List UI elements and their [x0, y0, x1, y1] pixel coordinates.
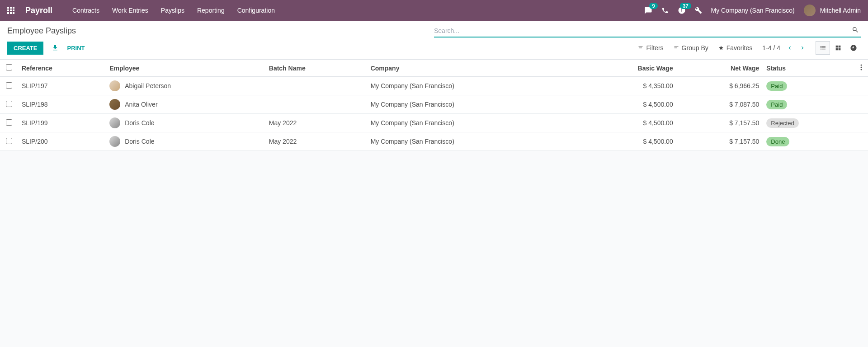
row-checkbox[interactable]: [6, 138, 12, 144]
cell-reference: SLIP/199: [18, 114, 106, 132]
pager: 1-4 / 4: [762, 44, 806, 52]
col-company[interactable]: Company: [367, 60, 578, 77]
select-all-checkbox[interactable]: [6, 64, 12, 70]
row-checkbox-cell: [0, 132, 18, 151]
col-status[interactable]: Status: [763, 60, 854, 77]
cp-top: Employee Payslips: [7, 26, 861, 38]
pager-text[interactable]: 1-4 / 4: [762, 44, 780, 52]
cell-basic-wage: $ 4,500.00: [578, 95, 676, 114]
list-view-icon[interactable]: [816, 41, 830, 55]
col-basic-wage[interactable]: Basic Wage: [578, 60, 676, 77]
cell-batch: May 2022: [265, 132, 367, 151]
row-checkbox[interactable]: [6, 101, 12, 107]
pager-prev-icon[interactable]: [787, 45, 793, 51]
employee-avatar-icon: [109, 117, 120, 128]
cell-basic-wage: $ 4,500.00: [578, 114, 676, 132]
row-checkbox-cell: [0, 95, 18, 114]
company-selector[interactable]: My Company (San Francisco): [711, 7, 795, 14]
activity-view-icon[interactable]: [846, 41, 861, 55]
favorites-label: Favorites: [726, 44, 753, 52]
user-name: Mitchell Admin: [820, 7, 861, 14]
payslip-list: Reference Employee Batch Name Company Ba…: [0, 60, 868, 151]
nav-right: 9 37 My Company (San Francisco) Mitchell…: [644, 5, 861, 16]
cell-options: [854, 95, 868, 114]
cell-batch: [265, 77, 367, 95]
kanban-view-icon[interactable]: [831, 41, 845, 55]
col-options: [854, 60, 868, 77]
cell-employee: Doris Cole: [106, 114, 265, 132]
row-checkbox-cell: [0, 77, 18, 95]
favorites-dropdown[interactable]: Favorites: [718, 44, 753, 52]
nav-left: Payroll Contracts Work Entries Payslips …: [7, 6, 275, 15]
groupby-dropdown[interactable]: Group By: [674, 44, 708, 52]
cell-options: [854, 132, 868, 151]
svg-rect-3: [7, 9, 9, 11]
employee-name: Doris Cole: [125, 138, 154, 145]
download-icon[interactable]: [52, 44, 59, 52]
nav-configuration[interactable]: Configuration: [237, 7, 275, 14]
cell-basic-wage: $ 4,500.00: [578, 132, 676, 151]
svg-rect-6: [7, 12, 9, 14]
filters-dropdown[interactable]: Filters: [638, 44, 663, 52]
search-bar: [434, 26, 861, 38]
user-menu[interactable]: Mitchell Admin: [804, 5, 861, 16]
svg-rect-8: [13, 12, 14, 14]
top-navbar: Payroll Contracts Work Entries Payslips …: [0, 0, 868, 21]
svg-rect-0: [7, 7, 9, 9]
cell-net-wage: $ 7,087.50: [677, 95, 763, 114]
svg-rect-1: [10, 7, 12, 9]
svg-point-11: [861, 69, 862, 70]
cell-company: My Company (San Francisco): [367, 95, 578, 114]
table-row[interactable]: SLIP/197Abigail PetersonMy Company (San …: [0, 77, 868, 95]
nav-reporting[interactable]: Reporting: [197, 7, 225, 14]
activities-badge: 37: [680, 3, 691, 9]
svg-rect-2: [13, 7, 14, 9]
app-brand[interactable]: Payroll: [25, 6, 52, 15]
col-employee[interactable]: Employee: [106, 60, 265, 77]
table-row[interactable]: SLIP/200Doris ColeMay 2022My Company (Sa…: [0, 132, 868, 151]
activities-icon[interactable]: 37: [678, 6, 686, 14]
status-badge: Paid: [766, 100, 787, 109]
col-checkbox: [0, 60, 18, 77]
col-net-wage[interactable]: Net Wage: [677, 60, 763, 77]
column-options-icon[interactable]: [860, 65, 862, 72]
control-panel: Employee Payslips CREATE PRINT Filters G…: [0, 21, 868, 60]
col-reference[interactable]: Reference: [18, 60, 106, 77]
employee-avatar-icon: [109, 99, 120, 110]
tools-icon[interactable]: [695, 7, 702, 14]
nav-payslips[interactable]: Payslips: [161, 7, 184, 14]
pager-next-icon[interactable]: [799, 45, 806, 51]
cell-net-wage: $ 7,157.50: [677, 132, 763, 151]
messages-icon[interactable]: 9: [644, 6, 652, 14]
breadcrumb: Employee Payslips: [7, 26, 76, 36]
cell-status: Done: [763, 132, 854, 151]
row-checkbox[interactable]: [6, 119, 12, 126]
cell-basic-wage: $ 4,350.00: [578, 77, 676, 95]
svg-point-9: [861, 65, 862, 66]
search-options: Filters Group By Favorites 1-4 / 4: [629, 41, 861, 55]
employee-name: Abigail Peterson: [125, 82, 171, 89]
col-batch[interactable]: Batch Name: [265, 60, 367, 77]
search-input[interactable]: [434, 27, 850, 34]
cp-bottom: CREATE PRINT Filters Group By Favorites …: [7, 41, 861, 59]
nav-contracts[interactable]: Contracts: [72, 7, 99, 14]
cell-net-wage: $ 7,157.50: [677, 114, 763, 132]
search-icon[interactable]: [850, 26, 861, 35]
cell-batch: May 2022: [265, 114, 367, 132]
messages-badge: 9: [649, 3, 657, 9]
table-row[interactable]: SLIP/198Anita OliverMy Company (San Fran…: [0, 95, 868, 114]
row-checkbox[interactable]: [6, 82, 12, 89]
cell-employee: Abigail Peterson: [106, 77, 265, 95]
print-button[interactable]: PRINT: [67, 45, 85, 52]
cell-options: [854, 77, 868, 95]
phone-icon[interactable]: [661, 7, 669, 14]
nav-work-entries[interactable]: Work Entries: [112, 7, 148, 14]
svg-rect-4: [10, 9, 12, 11]
nav-menu: Contracts Work Entries Payslips Reportin…: [72, 7, 275, 14]
apps-icon[interactable]: [7, 7, 14, 14]
create-button[interactable]: CREATE: [7, 42, 43, 55]
table-row[interactable]: SLIP/199Doris ColeMay 2022My Company (Sa…: [0, 114, 868, 132]
cell-reference: SLIP/200: [18, 132, 106, 151]
cell-net-wage: $ 6,966.25: [677, 77, 763, 95]
cell-reference: SLIP/197: [18, 77, 106, 95]
